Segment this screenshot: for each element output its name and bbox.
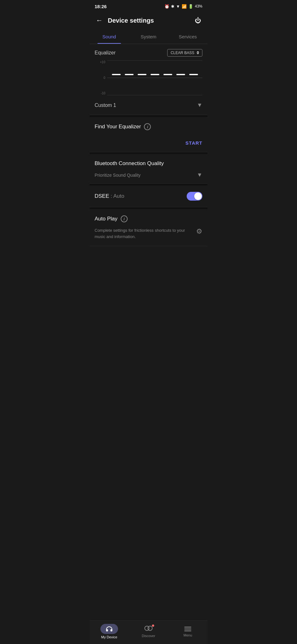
wifi-icon: ▼ (176, 4, 180, 9)
top-bar: ← Device settings ⏻ (90, 11, 207, 30)
eq-handle-3[interactable] (138, 74, 146, 75)
tab-sound[interactable]: Sound (90, 30, 129, 44)
equalizer-label: Equalizer (95, 50, 116, 56)
eq-band-5[interactable] (163, 60, 173, 89)
equalizer-section: Equalizer CLEAR BASS 0 +10 0 -10 (90, 44, 207, 115)
dsee-toggle-knob (194, 192, 202, 200)
auto-play-section: Auto Play i Complete settings for fricti… (90, 209, 207, 246)
clear-bass-badge[interactable]: CLEAR BASS 0 (167, 49, 202, 57)
eq-handle-1[interactable] (112, 74, 121, 75)
auto-play-gear-icon[interactable]: ⚙ (196, 227, 202, 236)
discover-icon (144, 625, 153, 631)
dsee-label: DSEE : Auto (95, 193, 124, 199)
bluetooth-dropdown-row[interactable]: Prioritize Sound Quality ▼ (95, 172, 202, 183)
eq-preset-label: Custom 1 (95, 103, 116, 108)
auto-play-title-row: Auto Play i (95, 215, 202, 222)
auto-play-title: Auto Play (95, 216, 118, 222)
bluetooth-icon: ✱ (171, 4, 174, 9)
eq-handle-4[interactable] (151, 74, 159, 75)
alarm-icon: ⏰ (164, 4, 169, 9)
eq-handle-2[interactable] (125, 74, 134, 75)
tab-services[interactable]: Services (168, 30, 207, 44)
status-icons: ⏰ ✱ ▼ 📶 🔋 43% (164, 4, 202, 9)
eq-band-3[interactable] (137, 60, 147, 89)
eq-band-2[interactable] (124, 60, 134, 89)
auto-play-description: Complete settings for frictionless short… (95, 227, 192, 240)
page-title: Device settings (108, 17, 194, 24)
battery-icon: 🔋 (188, 4, 193, 9)
eq-axis-bottom: -10 (101, 92, 105, 95)
content-area: Equalizer CLEAR BASS 0 +10 0 -10 (90, 44, 207, 271)
nav-my-device[interactable]: My Device (90, 624, 129, 639)
clear-bass-label: CLEAR BASS (171, 51, 194, 55)
menu-icon (184, 626, 192, 632)
eq-band-6[interactable] (176, 60, 186, 89)
equalizer-header: Equalizer CLEAR BASS 0 (95, 49, 202, 57)
eq-preset-row[interactable]: Custom 1 ▼ (95, 97, 202, 110)
nav-discover[interactable]: Discover (129, 625, 168, 638)
find-equalizer-section: Find Your Equalizer i START (90, 117, 207, 152)
dsee-section: DSEE : Auto (90, 186, 207, 207)
eq-axis: +10 0 -10 (95, 60, 107, 95)
eq-band-7[interactable] (189, 60, 199, 89)
find-equalizer-title-row: Find Your Equalizer i (95, 123, 202, 130)
tab-system[interactable]: System (129, 30, 168, 44)
discover-badge-dot (152, 625, 154, 627)
svg-rect-4 (184, 630, 191, 631)
eq-handle-6[interactable] (176, 74, 185, 75)
start-button[interactable]: START (185, 140, 202, 146)
eq-preset-chevron-icon: ▼ (197, 102, 202, 108)
find-equalizer-title: Find Your Equalizer (95, 124, 141, 130)
nav-my-device-icon (101, 624, 118, 634)
auto-play-info-icon[interactable]: i (121, 215, 128, 222)
bluetooth-quality-label: Prioritize Sound Quality (95, 173, 140, 178)
svg-point-1 (148, 626, 152, 630)
find-equalizer-info-icon[interactable]: i (144, 123, 151, 130)
eq-axis-middle: 0 (103, 76, 105, 80)
discover-icon-wrapper (144, 625, 153, 633)
eq-band-1[interactable] (111, 60, 121, 89)
auto-play-desc-row: Complete settings for frictionless short… (95, 227, 202, 240)
nav-menu[interactable]: Menu (168, 626, 207, 637)
signal-icon: 📶 (182, 4, 187, 9)
dsee-toggle[interactable] (187, 192, 202, 201)
bluetooth-chevron-icon: ▼ (197, 172, 202, 178)
eq-handle-7[interactable] (189, 74, 198, 75)
svg-rect-2 (184, 627, 191, 628)
headphone-icon (105, 626, 114, 632)
bluetooth-title: Bluetooth Connection Quality (95, 160, 202, 167)
nav-menu-label: Menu (184, 633, 192, 637)
eq-gridline-bottom (107, 95, 202, 95)
eq-axis-top: +10 (100, 60, 105, 64)
start-button-row: START (95, 140, 202, 146)
bluetooth-section: Bluetooth Connection Quality Prioritize … (90, 154, 207, 184)
clear-bass-value: 0 (197, 51, 199, 55)
eq-handle-5[interactable] (163, 74, 172, 75)
status-time: 18:26 (95, 4, 107, 9)
nav-discover-label: Discover (142, 634, 155, 638)
back-button[interactable]: ← (95, 15, 104, 26)
eq-band-4[interactable] (150, 60, 160, 89)
power-button[interactable]: ⏻ (194, 16, 202, 25)
eq-chart[interactable]: +10 0 -10 (95, 60, 202, 95)
nav-my-device-label: My Device (101, 635, 117, 639)
eq-bars-container[interactable] (107, 60, 202, 89)
dsee-label-group: DSEE : Auto (95, 193, 124, 199)
svg-rect-3 (184, 629, 191, 630)
status-bar: 18:26 ⏰ ✱ ▼ 📶 🔋 43% (90, 0, 207, 11)
tab-bar: Sound System Services (90, 30, 207, 44)
battery-level: 43% (195, 4, 202, 8)
bottom-nav: My Device Discover Menu (90, 620, 207, 644)
